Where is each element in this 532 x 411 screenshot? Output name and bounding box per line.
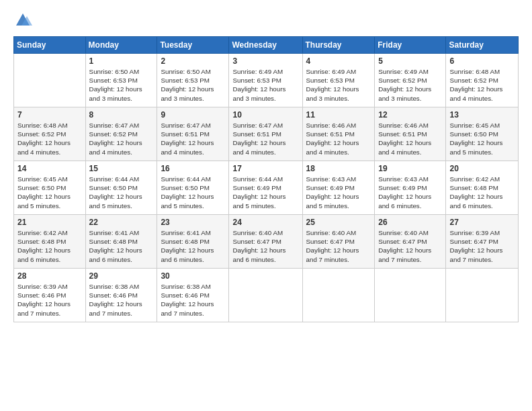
- day-number: 22: [89, 218, 154, 227]
- day-number: 2: [161, 56, 225, 66]
- day-number: 12: [378, 110, 442, 120]
- day-number: 29: [89, 271, 154, 281]
- day-header-wednesday: Wednesday: [229, 37, 302, 54]
- day-info: Sunrise: 6:49 AM Sunset: 6:53 PM Dayligh…: [232, 67, 298, 103]
- day-info: Sunrise: 6:47 AM Sunset: 6:51 PM Dayligh…: [232, 121, 298, 156]
- calendar-cell: 13Sunrise: 6:45 AM Sunset: 6:50 PM Dayli…: [446, 107, 519, 161]
- header: [13, 11, 519, 30]
- calendar-header: SundayMondayTuesdayWednesdayThursdayFrid…: [14, 37, 519, 54]
- calendar-cell: [14, 54, 86, 107]
- day-info: Sunrise: 6:47 AM Sunset: 6:51 PM Dayligh…: [161, 121, 225, 156]
- calendar-cell: 6Sunrise: 6:48 AM Sunset: 6:52 PM Daylig…: [446, 54, 519, 107]
- logo-icon: [13, 11, 32, 30]
- calendar-cell: [375, 269, 446, 322]
- day-info: Sunrise: 6:40 AM Sunset: 6:47 PM Dayligh…: [232, 228, 298, 264]
- day-info: Sunrise: 6:48 AM Sunset: 6:52 PM Dayligh…: [449, 67, 515, 103]
- day-number: 18: [306, 164, 371, 173]
- day-info: Sunrise: 6:41 AM Sunset: 6:48 PM Dayligh…: [89, 228, 154, 264]
- calendar-cell: 26Sunrise: 6:40 AM Sunset: 6:47 PM Dayli…: [375, 215, 446, 269]
- day-info: Sunrise: 6:44 AM Sunset: 6:50 PM Dayligh…: [161, 175, 225, 210]
- calendar-cell: 4Sunrise: 6:49 AM Sunset: 6:53 PM Daylig…: [302, 54, 375, 107]
- calendar-cell: 30Sunrise: 6:38 AM Sunset: 6:46 PM Dayli…: [157, 269, 229, 322]
- day-header-tuesday: Tuesday: [157, 37, 229, 54]
- calendar-week-2: 7Sunrise: 6:48 AM Sunset: 6:52 PM Daylig…: [14, 107, 519, 161]
- calendar-cell: 2Sunrise: 6:50 AM Sunset: 6:53 PM Daylig…: [157, 54, 229, 107]
- calendar-week-1: 1Sunrise: 6:50 AM Sunset: 6:53 PM Daylig…: [14, 54, 519, 107]
- logo: [13, 11, 35, 30]
- day-number: 10: [232, 110, 298, 120]
- calendar-week-5: 28Sunrise: 6:39 AM Sunset: 6:46 PM Dayli…: [14, 269, 519, 322]
- calendar-cell: 28Sunrise: 6:39 AM Sunset: 6:46 PM Dayli…: [14, 269, 86, 322]
- day-number: 30: [161, 271, 225, 281]
- day-number: 14: [17, 164, 82, 173]
- calendar-cell: 14Sunrise: 6:45 AM Sunset: 6:50 PM Dayli…: [14, 161, 86, 215]
- day-number: 9: [161, 110, 225, 120]
- calendar-cell: 5Sunrise: 6:49 AM Sunset: 6:52 PM Daylig…: [375, 54, 446, 107]
- day-info: Sunrise: 6:44 AM Sunset: 6:50 PM Dayligh…: [89, 175, 154, 210]
- day-info: Sunrise: 6:47 AM Sunset: 6:52 PM Dayligh…: [89, 121, 154, 156]
- day-number: 7: [17, 110, 82, 120]
- calendar-cell: 20Sunrise: 6:42 AM Sunset: 6:48 PM Dayli…: [446, 161, 519, 215]
- day-number: 15: [89, 164, 154, 173]
- calendar-cell: [302, 269, 375, 322]
- calendar-cell: 22Sunrise: 6:41 AM Sunset: 6:48 PM Dayli…: [85, 215, 157, 269]
- calendar-cell: 17Sunrise: 6:44 AM Sunset: 6:49 PM Dayli…: [229, 161, 302, 215]
- day-number: 27: [449, 218, 515, 227]
- calendar-cell: 1Sunrise: 6:50 AM Sunset: 6:53 PM Daylig…: [85, 54, 157, 107]
- day-number: 16: [161, 164, 225, 173]
- day-info: Sunrise: 6:38 AM Sunset: 6:46 PM Dayligh…: [89, 282, 154, 318]
- day-info: Sunrise: 6:44 AM Sunset: 6:49 PM Dayligh…: [232, 175, 298, 210]
- calendar-week-3: 14Sunrise: 6:45 AM Sunset: 6:50 PM Dayli…: [14, 161, 519, 215]
- day-info: Sunrise: 6:49 AM Sunset: 6:53 PM Dayligh…: [306, 67, 371, 103]
- day-info: Sunrise: 6:43 AM Sunset: 6:49 PM Dayligh…: [306, 175, 371, 210]
- day-info: Sunrise: 6:38 AM Sunset: 6:46 PM Dayligh…: [161, 282, 225, 318]
- calendar-week-4: 21Sunrise: 6:42 AM Sunset: 6:48 PM Dayli…: [14, 215, 519, 269]
- page: SundayMondayTuesdayWednesdayThursdayFrid…: [0, 0, 532, 411]
- days-header-row: SundayMondayTuesdayWednesdayThursdayFrid…: [14, 37, 519, 54]
- calendar-cell: 11Sunrise: 6:46 AM Sunset: 6:51 PM Dayli…: [302, 107, 375, 161]
- day-info: Sunrise: 6:41 AM Sunset: 6:48 PM Dayligh…: [161, 228, 225, 264]
- calendar-cell: 25Sunrise: 6:40 AM Sunset: 6:47 PM Dayli…: [302, 215, 375, 269]
- calendar-cell: [446, 269, 519, 322]
- day-info: Sunrise: 6:40 AM Sunset: 6:47 PM Dayligh…: [378, 228, 442, 264]
- day-info: Sunrise: 6:45 AM Sunset: 6:50 PM Dayligh…: [449, 121, 515, 156]
- day-number: 6: [449, 56, 515, 66]
- calendar-cell: 24Sunrise: 6:40 AM Sunset: 6:47 PM Dayli…: [229, 215, 302, 269]
- day-info: Sunrise: 6:43 AM Sunset: 6:49 PM Dayligh…: [378, 175, 442, 210]
- day-info: Sunrise: 6:42 AM Sunset: 6:48 PM Dayligh…: [449, 175, 515, 210]
- day-number: 25: [306, 218, 371, 227]
- day-number: 3: [232, 56, 298, 66]
- day-info: Sunrise: 6:40 AM Sunset: 6:47 PM Dayligh…: [306, 228, 371, 264]
- calendar-body: 1Sunrise: 6:50 AM Sunset: 6:53 PM Daylig…: [14, 54, 519, 322]
- calendar-cell: 3Sunrise: 6:49 AM Sunset: 6:53 PM Daylig…: [229, 54, 302, 107]
- day-info: Sunrise: 6:50 AM Sunset: 6:53 PM Dayligh…: [89, 67, 154, 103]
- day-number: 17: [232, 164, 298, 173]
- day-info: Sunrise: 6:42 AM Sunset: 6:48 PM Dayligh…: [17, 228, 82, 264]
- day-number: 1: [89, 56, 154, 66]
- day-info: Sunrise: 6:46 AM Sunset: 6:51 PM Dayligh…: [378, 121, 442, 156]
- calendar-table: SundayMondayTuesdayWednesdayThursdayFrid…: [13, 36, 519, 322]
- day-number: 4: [306, 56, 371, 66]
- calendar-cell: 7Sunrise: 6:48 AM Sunset: 6:52 PM Daylig…: [14, 107, 86, 161]
- day-info: Sunrise: 6:45 AM Sunset: 6:50 PM Dayligh…: [17, 175, 82, 210]
- calendar-cell: 16Sunrise: 6:44 AM Sunset: 6:50 PM Dayli…: [157, 161, 229, 215]
- calendar-cell: 18Sunrise: 6:43 AM Sunset: 6:49 PM Dayli…: [302, 161, 375, 215]
- day-number: 19: [378, 164, 442, 173]
- day-header-sunday: Sunday: [14, 37, 86, 54]
- calendar-cell: 10Sunrise: 6:47 AM Sunset: 6:51 PM Dayli…: [229, 107, 302, 161]
- calendar-cell: 12Sunrise: 6:46 AM Sunset: 6:51 PM Dayli…: [375, 107, 446, 161]
- day-info: Sunrise: 6:50 AM Sunset: 6:53 PM Dayligh…: [161, 67, 225, 103]
- day-info: Sunrise: 6:39 AM Sunset: 6:47 PM Dayligh…: [449, 228, 515, 264]
- day-header-saturday: Saturday: [446, 37, 519, 54]
- day-number: 13: [449, 110, 515, 120]
- day-number: 11: [306, 110, 371, 120]
- day-header-monday: Monday: [85, 37, 157, 54]
- day-number: 21: [17, 218, 82, 227]
- day-info: Sunrise: 6:46 AM Sunset: 6:51 PM Dayligh…: [306, 121, 371, 156]
- calendar-cell: 8Sunrise: 6:47 AM Sunset: 6:52 PM Daylig…: [85, 107, 157, 161]
- calendar-cell: [229, 269, 302, 322]
- day-header-friday: Friday: [375, 37, 446, 54]
- calendar-cell: 9Sunrise: 6:47 AM Sunset: 6:51 PM Daylig…: [157, 107, 229, 161]
- calendar-cell: 15Sunrise: 6:44 AM Sunset: 6:50 PM Dayli…: [85, 161, 157, 215]
- day-number: 26: [378, 218, 442, 227]
